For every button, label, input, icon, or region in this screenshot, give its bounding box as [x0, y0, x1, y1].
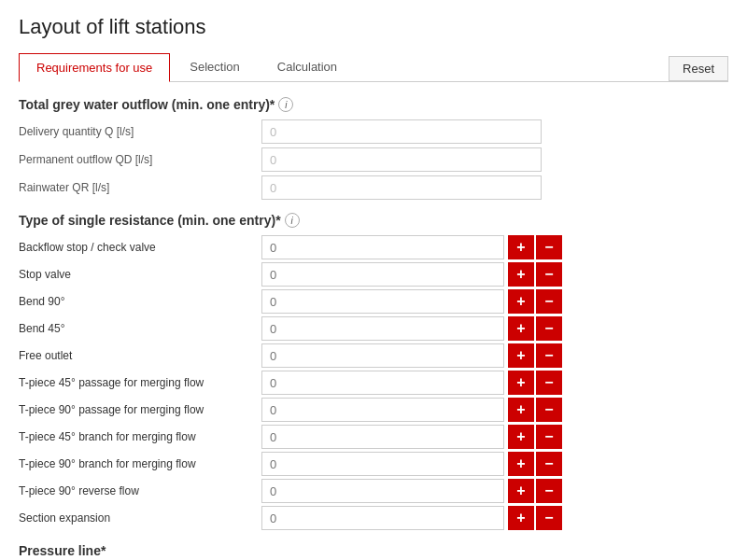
resistance-plus-btn-0[interactable]: + [508, 235, 534, 259]
resistance-minus-btn-5[interactable]: − [536, 371, 562, 395]
resistance-btn-group-2: +− [508, 289, 562, 314]
tabs-header: Requirements for use Selection Calculati… [19, 52, 728, 82]
resistance-minus-btn-8[interactable]: − [536, 452, 562, 476]
resistance-btn-group-8: +− [508, 452, 562, 476]
rainwater-row: Rainwater QR [l/s] [19, 175, 728, 200]
resistance-row-2: Bend 90°+− [19, 289, 728, 314]
resistance-row-1: Stop valve+− [19, 262, 728, 287]
resistance-label-5: T-piece 45° passage for merging flow [19, 376, 261, 389]
resistance-rows-container: Backflow stop / check valve+−Stop valve+… [19, 235, 728, 530]
resistance-minus-btn-3[interactable]: − [536, 316, 562, 341]
tab-calculation[interactable]: Calculation [260, 52, 355, 81]
resistance-label-3: Bend 45° [19, 322, 261, 335]
resistance-minus-btn-7[interactable]: − [536, 425, 562, 449]
resistance-btn-group-0: +− [508, 235, 562, 259]
rainwater-label: Rainwater QR [l/s] [19, 181, 261, 194]
page-container: Layout of lift stations Requirements for… [0, 0, 747, 560]
resistance-row-4: Free outlet+− [19, 343, 728, 368]
resistance-label-8: T-piece 90° branch for merging flow [19, 457, 261, 470]
reset-button[interactable]: Reset [669, 56, 728, 81]
single-resistance-info-icon[interactable]: i [285, 213, 300, 228]
rainwater-input[interactable] [261, 175, 542, 200]
resistance-btn-group-9: +− [508, 479, 562, 503]
resistance-input-4[interactable] [261, 343, 504, 368]
resistance-plus-btn-4[interactable]: + [508, 343, 534, 368]
resistance-minus-btn-6[interactable]: − [536, 398, 562, 422]
resistance-input-1[interactable] [261, 262, 504, 287]
resistance-plus-btn-5[interactable]: + [508, 371, 534, 395]
resistance-row-7: T-piece 45° branch for merging flow+− [19, 425, 728, 449]
permanent-outflow-label: Permanent outflow QD [l/s] [19, 153, 261, 166]
resistance-btn-group-4: +− [508, 343, 562, 368]
resistance-btn-group-7: +− [508, 425, 562, 449]
resistance-input-2[interactable] [261, 289, 504, 314]
resistance-row-9: T-piece 90° reverse flow+− [19, 479, 728, 503]
resistance-input-7[interactable] [261, 425, 504, 449]
resistance-label-0: Backflow stop / check valve [19, 241, 261, 254]
resistance-label-2: Bend 90° [19, 295, 261, 308]
resistance-plus-btn-3[interactable]: + [508, 316, 534, 341]
resistance-minus-btn-1[interactable]: − [536, 262, 562, 287]
resistance-row-5: T-piece 45° passage for merging flow+− [19, 371, 728, 395]
resistance-plus-btn-2[interactable]: + [508, 289, 534, 314]
resistance-input-3[interactable] [261, 316, 504, 341]
resistance-minus-btn-9[interactable]: − [536, 479, 562, 503]
resistance-plus-btn-8[interactable]: + [508, 452, 534, 476]
grey-water-section-title: Total grey water outflow (min. one entry… [19, 97, 728, 112]
resistance-label-4: Free outlet [19, 349, 261, 362]
resistance-label-10: Section expansion [19, 511, 261, 525]
grey-water-info-icon[interactable]: i [278, 97, 293, 112]
resistance-input-9[interactable] [261, 479, 504, 503]
resistance-btn-group-6: +− [508, 398, 562, 422]
resistance-plus-btn-10[interactable]: + [508, 506, 534, 530]
resistance-row-6: T-piece 90° passage for merging flow+− [19, 398, 728, 422]
permanent-outflow-row: Permanent outflow QD [l/s] [19, 147, 728, 172]
resistance-label-7: T-piece 45° branch for merging flow [19, 430, 261, 443]
delivery-quantity-input[interactable] [261, 119, 542, 144]
permanent-outflow-input[interactable] [261, 147, 542, 172]
resistance-btn-group-3: +− [508, 316, 562, 341]
resistance-input-8[interactable] [261, 452, 504, 476]
resistance-input-10[interactable] [261, 506, 504, 530]
resistance-row-3: Bend 45°+− [19, 316, 728, 341]
resistance-plus-btn-6[interactable]: + [508, 398, 534, 422]
resistance-minus-btn-0[interactable]: − [536, 235, 562, 259]
single-resistance-section-title: Type of single resistance (min. one entr… [19, 213, 728, 228]
resistance-btn-group-5: +− [508, 371, 562, 395]
resistance-btn-group-10: +− [508, 506, 562, 530]
resistance-label-1: Stop valve [19, 268, 261, 281]
resistance-plus-btn-1[interactable]: + [508, 262, 534, 287]
resistance-row-0: Backflow stop / check valve+− [19, 235, 728, 259]
resistance-btn-group-1: +− [508, 262, 562, 287]
resistance-input-6[interactable] [261, 398, 504, 422]
delivery-quantity-row: Delivery quantity Q [l/s] [19, 119, 728, 144]
resistance-input-5[interactable] [261, 371, 504, 395]
resistance-plus-btn-7[interactable]: + [508, 425, 534, 449]
resistance-label-9: T-piece 90° reverse flow [19, 484, 261, 497]
pressure-line-section-title: Pressure line* [19, 543, 728, 558]
resistance-minus-btn-10[interactable]: − [536, 506, 562, 530]
resistance-plus-btn-9[interactable]: + [508, 479, 534, 503]
delivery-quantity-label: Delivery quantity Q [l/s] [19, 125, 261, 138]
resistance-row-8: T-piece 90° branch for merging flow+− [19, 452, 728, 476]
resistance-row-10: Section expansion+− [19, 506, 728, 530]
resistance-input-0[interactable] [261, 235, 504, 259]
resistance-label-6: T-piece 90° passage for merging flow [19, 403, 261, 416]
page-title: Layout of lift stations [19, 15, 728, 39]
resistance-minus-btn-2[interactable]: − [536, 289, 562, 314]
tab-requirements[interactable]: Requirements for use [19, 53, 170, 82]
tab-selection[interactable]: Selection [172, 52, 257, 81]
resistance-minus-btn-4[interactable]: − [536, 343, 562, 368]
